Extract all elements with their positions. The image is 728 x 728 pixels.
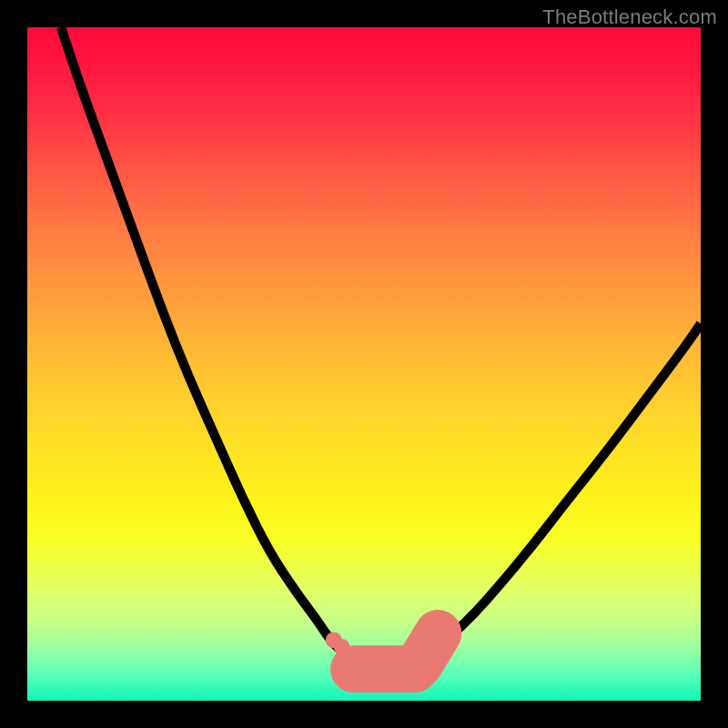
plot-area xyxy=(27,27,701,701)
highlight-markers xyxy=(329,632,442,669)
highlight-dot xyxy=(344,651,353,660)
highlight-right-segment xyxy=(420,633,439,664)
curve xyxy=(61,27,701,671)
watermark-text: TheBottleneck.com xyxy=(542,5,717,29)
chart-container: TheBottleneck.com xyxy=(0,0,728,728)
curve-left-branch xyxy=(61,27,384,671)
chart-svg xyxy=(27,27,701,701)
